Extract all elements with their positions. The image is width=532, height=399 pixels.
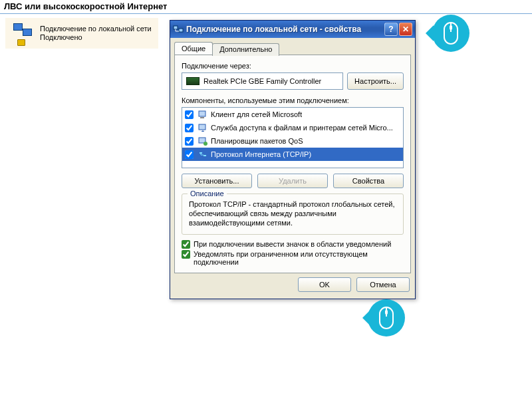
limited-notify-label: Уведомлять при ограниченном или отсутств… <box>194 250 404 266</box>
connection-status: Подключено <box>40 33 152 42</box>
limited-notify-checkbox[interactable] <box>182 250 190 259</box>
components-label: Компоненты, используемые этим подключени… <box>182 96 404 104</box>
properties-dialog: Подключение по локальной сети - свойства… <box>170 20 416 299</box>
component-qos[interactable]: Планировщик пакетов QoS <box>182 134 403 148</box>
adapter-name: Realtek PCIe GBE Family Controller <box>203 77 321 85</box>
qos-icon <box>198 136 208 146</box>
connection-name: Подключение по локальной сети <box>40 25 152 33</box>
ok-button[interactable]: OK <box>298 277 351 292</box>
tray-icon-label: При подключении вывести значок в области… <box>194 240 391 248</box>
svg-rect-2 <box>199 111 205 116</box>
connection-properties-icon <box>173 24 184 35</box>
description-groupbox: Описание Протокол TCP/IP - стандартный п… <box>182 194 404 235</box>
component-checkbox[interactable] <box>185 110 194 119</box>
network-connection-icon <box>12 22 35 45</box>
connect-via-label: Подключение через: <box>182 62 404 70</box>
close-button[interactable]: ✕ <box>399 23 412 36</box>
svg-rect-0 <box>174 26 178 29</box>
titlebar[interactable]: Подключение по локальной сети - свойства… <box>170 21 415 38</box>
uninstall-button: Удалить <box>257 174 328 188</box>
component-checkbox[interactable] <box>185 137 194 146</box>
svg-point-6 <box>203 142 207 146</box>
tab-advanced[interactable]: Дополнительно <box>212 43 279 56</box>
connection-text: Подключение по локальной сети Подключено <box>40 25 152 42</box>
component-label: Планировщик пакетов QoS <box>211 137 303 145</box>
tab-general[interactable]: Общие <box>174 42 213 55</box>
mouse-hint-icon <box>368 299 405 336</box>
component-checkbox[interactable] <box>185 150 194 159</box>
properties-button[interactable]: Свойства <box>333 174 404 188</box>
configure-button[interactable]: Настроить... <box>347 72 404 90</box>
nic-chip-icon <box>186 77 200 85</box>
adapter-box[interactable]: Realtek PCIe GBE Family Controller <box>182 72 343 90</box>
svg-rect-9 <box>450 25 452 30</box>
component-tcpip[interactable]: Протокол Интернета (TCP/IP) <box>182 148 403 161</box>
client-icon <box>198 109 208 120</box>
component-client[interactable]: Клиент для сетей Microsoft <box>182 108 403 121</box>
install-button[interactable]: Установить... <box>182 174 252 188</box>
component-fileshare[interactable]: Служба доступа к файлам и принтерам сете… <box>182 121 403 134</box>
section-header: ЛВС или высокоскоростной Интернет <box>0 0 532 14</box>
component-label: Служба доступа к файлам и принтерам сете… <box>211 124 393 132</box>
dialog-title: Подключение по локальной сети - свойства <box>186 25 383 34</box>
connection-item[interactable]: Подключение по локальной сети Подключено <box>5 18 158 49</box>
help-button[interactable]: ? <box>384 23 398 36</box>
description-text: Протокол TCP/IP - стандартный протокол г… <box>189 200 396 227</box>
component-label: Протокол Интернета (TCP/IP) <box>211 150 311 158</box>
tab-body-general: Подключение через: Realtek PCIe GBE Fami… <box>174 55 411 273</box>
mouse-hint-icon <box>432 15 469 52</box>
tray-icon-checkbox[interactable] <box>182 240 190 249</box>
svg-rect-3 <box>200 117 204 118</box>
components-listbox[interactable]: Клиент для сетей Microsoft Служба доступ… <box>182 107 404 168</box>
cancel-button[interactable]: Отмена <box>356 277 410 292</box>
svg-rect-12 <box>385 310 388 315</box>
protocol-icon <box>198 149 208 160</box>
component-label: Клиент для сетей Microsoft <box>211 110 302 118</box>
description-legend: Описание <box>188 190 227 198</box>
svg-rect-4 <box>199 124 205 130</box>
tabs: Общие Дополнительно <box>170 38 415 55</box>
svg-rect-1 <box>179 29 183 32</box>
service-icon <box>198 122 208 133</box>
component-checkbox[interactable] <box>185 124 194 132</box>
